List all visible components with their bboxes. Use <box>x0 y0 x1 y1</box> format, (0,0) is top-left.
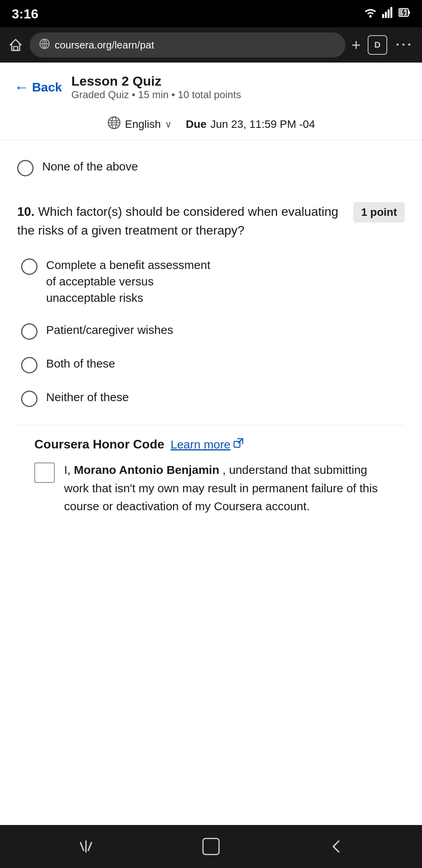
status-bar: 3:16 <box>0 0 422 27</box>
globe-icon <box>107 116 121 133</box>
option-10a[interactable]: Complete a benefit assessmentof acceptab… <box>21 251 405 312</box>
url-bar[interactable]: coursera.org/learn/pat <box>30 32 345 57</box>
browser-actions: + D ⋮ <box>352 35 414 55</box>
back-arrow-icon: ← <box>14 79 29 96</box>
language-chevron-icon: ∨ <box>165 119 172 130</box>
nav-back-button[interactable] <box>320 831 352 862</box>
bottom-nav-bar <box>0 825 422 868</box>
status-icons <box>363 7 410 21</box>
svg-point-0 <box>369 15 372 18</box>
nav-square-icon <box>202 838 220 855</box>
question-divider <box>17 183 405 202</box>
due-block: Due Jun 23, 11:59 PM -04 <box>186 118 315 131</box>
battery-icon <box>399 7 410 20</box>
honor-code-learn-more-link[interactable]: Learn more <box>170 438 243 451</box>
option-10d[interactable]: Neither of these <box>21 383 405 413</box>
main-content: ← Back Lesson 2 Quiz Graded Quiz • 15 mi… <box>0 63 422 825</box>
external-link-icon <box>233 438 244 451</box>
question-10-header: 10. Which factor(s) should be considered… <box>17 202 405 240</box>
option-10c-label: Both of these <box>46 355 115 372</box>
honor-code-body: I, Morano Antonio Benjamin , understand … <box>34 461 388 516</box>
honor-code-section: Coursera Honor Code Learn more I, Mor <box>17 425 405 527</box>
svg-rect-2 <box>385 12 387 18</box>
svg-line-23 <box>88 843 91 850</box>
due-label: Due <box>186 118 207 131</box>
due-date: Jun 23, 11:59 PM -04 <box>211 118 315 131</box>
option-10b-label: Patient/caregiver wishes <box>46 322 173 338</box>
honor-code-header: Coursera Honor Code Learn more <box>34 437 388 452</box>
honor-code-title: Coursera Honor Code <box>34 437 164 452</box>
quiz-meta: Graded Quiz • 15 min • 10 total points <box>72 89 241 101</box>
nav-menu-button[interactable] <box>70 831 102 862</box>
radio-10c[interactable] <box>21 357 38 373</box>
language-label: English <box>125 118 161 131</box>
language-selector[interactable]: English ∨ <box>107 116 172 133</box>
honor-code-agreement: I, Morano Antonio Benjamin , understand … <box>64 461 388 516</box>
option-none-above[interactable]: None of the above <box>17 152 405 183</box>
quiz-title-block: Lesson 2 Quiz Graded Quiz • 15 min • 10 … <box>72 74 241 101</box>
status-time: 3:16 <box>12 6 38 22</box>
quiz-title: Lesson 2 Quiz <box>72 74 241 89</box>
option-10c[interactable]: Both of these <box>21 349 405 380</box>
option-10a-label: Complete a benefit assessmentof acceptab… <box>46 257 210 306</box>
question-10-number: 10. <box>17 204 34 219</box>
browser-home-button[interactable] <box>8 37 23 53</box>
option-10b[interactable]: Patient/caregiver wishes <box>21 316 405 346</box>
wifi-icon <box>363 7 377 21</box>
back-label: Back <box>32 80 62 95</box>
quiz-section: None of the above 10. Which factor(s) sh… <box>0 140 422 825</box>
question-10-options: Complete a benefit assessmentof acceptab… <box>17 251 405 413</box>
question-10-body: Which factor(s) should be considered whe… <box>17 204 338 237</box>
svg-rect-6 <box>408 11 410 14</box>
quiz-header: ← Back Lesson 2 Quiz Graded Quiz • 15 mi… <box>0 63 422 109</box>
nav-home-button[interactable] <box>195 831 227 862</box>
radio-none-above[interactable] <box>17 160 34 176</box>
learn-more-label: Learn more <box>170 438 230 451</box>
svg-rect-4 <box>390 7 392 18</box>
browser-bar: coursera.org/learn/pat + D ⋮ <box>0 27 422 63</box>
points-badge: 1 point <box>353 202 405 222</box>
radio-10d[interactable] <box>21 391 38 407</box>
url-security-icon <box>39 38 50 52</box>
svg-line-21 <box>80 843 84 850</box>
signal-icon <box>382 7 394 21</box>
d-button[interactable]: D <box>368 35 387 55</box>
svg-rect-1 <box>382 14 384 18</box>
back-button[interactable]: ← Back <box>14 79 62 96</box>
more-button[interactable]: ⋮ <box>394 36 414 54</box>
radio-10b[interactable] <box>21 323 38 340</box>
url-text: coursera.org/learn/pat <box>55 39 154 51</box>
option-10d-label: Neither of these <box>46 389 129 405</box>
radio-10a[interactable] <box>21 258 38 275</box>
option-none-above-label: None of the above <box>42 158 138 175</box>
user-name: Morano Antonio Benjamin <box>74 463 219 476</box>
svg-line-20 <box>238 439 243 443</box>
honor-code-checkbox[interactable] <box>34 463 55 483</box>
new-tab-button[interactable]: + <box>352 36 361 54</box>
question-10-block: 10. Which factor(s) should be considered… <box>17 202 405 413</box>
lang-due-row: English ∨ Due Jun 23, 11:59 PM -04 <box>0 109 422 140</box>
question-10-text: 10. Which factor(s) should be considered… <box>17 202 353 240</box>
svg-rect-3 <box>388 9 390 18</box>
